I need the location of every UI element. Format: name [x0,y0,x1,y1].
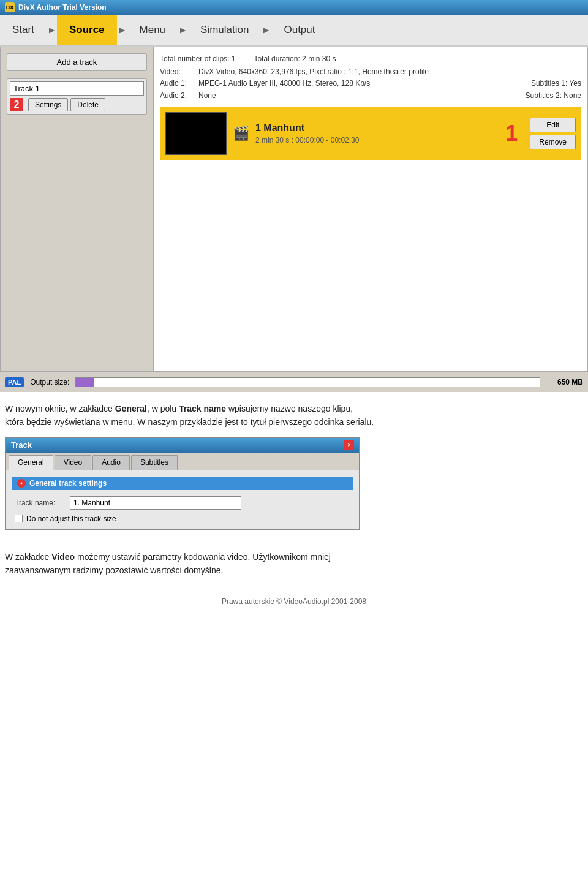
app-icon: DX [5,2,15,12]
video-label: Video: [160,66,194,78]
instruction-text-1: W nowym oknie, w zakładce General, w pol… [0,392,588,437]
left-panel: Add a track 2 Settings Delete [1,47,154,371]
dialog-close-button[interactable]: × [344,440,354,450]
track-actions: 2 Settings Delete [10,98,144,111]
remove-button[interactable]: Remove [530,135,576,149]
do-not-adjust-checkbox[interactable] [15,515,23,522]
tab-audio[interactable]: Audio [92,455,130,470]
main-content: Add a track 2 Settings Delete Total numb… [0,47,588,371]
tab-subtitles[interactable]: Subtitles [131,455,178,470]
audio1-value: MPEG-1 Audio Layer III, 48000 Hz, Stereo… [198,78,370,89]
nav-item-menu[interactable]: Menu [127,15,178,45]
track-dialog: Track × General Video Audio Subtitles ▪ … [5,437,360,530]
checkbox-row: Do not adjust this track size [12,515,353,523]
edit-button[interactable]: Edit [530,118,576,132]
track-name-field-row: Track name: [12,496,353,510]
track-item: 2 Settings Delete [7,78,147,115]
tab-video[interactable]: Video [55,455,91,470]
video-value: DivX Video, 640x360, 23,976 fps, Pixel r… [198,66,429,78]
clip-info: Total number of clips: 1 Total duration:… [160,53,581,102]
output-size-value: 650 MB [546,378,583,387]
dialog-section-header: ▪ General track settings [12,477,353,490]
nav-arrow-3: ▶ [178,26,188,34]
subtitles2-label: Subtitles 2: None [526,90,581,102]
clip-details: 1 Manhunt 2 min 30 s : 00:00:00 - 00:02:… [255,123,499,145]
dialog-wrapper: Track × General Video Audio Subtitles ▪ … [0,437,588,540]
dialog-tabs: General Video Audio Subtitles [6,453,359,470]
nav-item-source[interactable]: Source [57,15,117,45]
dialog-body: ▪ General track settings Track name: Do … [6,470,359,529]
clip-number: 1 [505,121,518,146]
track-number-badge: 2 [10,98,23,111]
total-duration: Total duration: 2 min 30 s [254,53,336,65]
clip-buttons: Edit Remove [530,118,576,149]
output-size-label: Output size: [30,378,69,387]
audio2-label: Audio 2: [160,90,194,102]
nav-arrow-1: ▶ [47,26,57,34]
checkbox-label: Do not adjust this track size [26,515,116,523]
tab-general[interactable]: General [9,455,53,470]
nav-arrow-2: ▶ [117,26,127,34]
right-panel: Total number of clips: 1 Total duration:… [154,47,587,371]
nav-bar: Start ▶ Source ▶ Menu ▶ Simulation ▶ Out… [0,15,588,47]
film-icon: 🎬 [233,126,249,141]
section-icon: ▪ [17,479,26,488]
settings-button[interactable]: Settings [28,98,68,111]
dialog-title-bar: Track × [6,438,359,453]
audio1-label: Audio 1: [160,78,194,89]
nav-item-start[interactable]: Start [0,15,47,45]
dialog-title: Track [11,440,32,450]
track-name-input[interactable] [10,81,144,96]
status-bar: PAL Output size: 650 MB [0,371,588,392]
progress-bar-fill [76,378,94,387]
nav-arrow-4: ▶ [261,26,271,34]
app-title: DivX Author Trial Version [18,3,107,12]
output-progress-bar [75,377,540,387]
nav-item-simulation[interactable]: Simulation [188,15,261,45]
pal-badge: PAL [5,377,24,387]
clip-thumbnail [165,112,227,155]
track-name-field-label: Track name: [15,499,70,507]
title-bar: DX DivX Author Trial Version [0,0,588,15]
audio2-value: None [198,90,216,102]
clip-title: 1 Manhunt [255,123,499,134]
subtitles1-label: Subtitles 1: Yes [531,78,581,89]
footer: Prawa autorskie © VideoAudio.pl 2001-200… [0,585,588,612]
track-name-field-input[interactable] [70,496,241,510]
nav-item-output[interactable]: Output [271,15,327,45]
clip-duration: 2 min 30 s : 00:00:00 - 00:02:30 [255,136,499,145]
add-track-button[interactable]: Add a track [7,53,147,71]
total-clips: Total number of clips: 1 [160,53,235,65]
delete-button[interactable]: Delete [70,98,105,111]
instruction-text-2: W zakładce Video możemy ustawić parametr… [0,540,588,585]
clip-card: 🎬 1 Manhunt 2 min 30 s : 00:00:00 - 00:0… [160,107,581,160]
